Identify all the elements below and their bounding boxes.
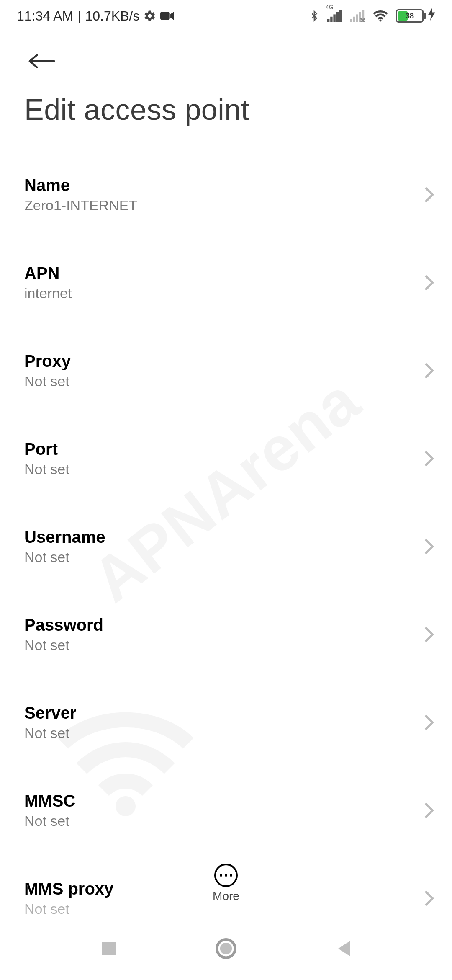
- row-label: Name: [24, 176, 137, 195]
- row-password[interactable]: Password Not set: [0, 604, 452, 665]
- row-label: Proxy: [24, 352, 71, 371]
- back-button[interactable]: [25, 44, 59, 78]
- row-label: Port: [24, 440, 69, 459]
- settings-list: Name Zero1-INTERNET APN internet Proxy N…: [0, 126, 452, 929]
- row-server[interactable]: Server Not set: [0, 692, 452, 753]
- row-proxy[interactable]: Proxy Not set: [0, 340, 452, 401]
- row-value: Not set: [24, 813, 75, 829]
- bottom-divider: [14, 910, 438, 910]
- bluetooth-icon: [309, 9, 320, 23]
- page-title: Edit access point: [0, 78, 452, 126]
- svg-rect-4: [336, 12, 339, 22]
- row-label: MMSC: [24, 792, 75, 810]
- row-apn[interactable]: APN internet: [0, 252, 452, 313]
- row-port[interactable]: Port Not set: [0, 428, 452, 489]
- svg-rect-16: [102, 942, 116, 955]
- charging-icon: [428, 8, 435, 24]
- status-bar: 11:34 AM | 10.7KB/s 4G 38: [0, 0, 452, 32]
- row-username[interactable]: Username Not set: [0, 516, 452, 577]
- more-button[interactable]: More: [213, 864, 239, 903]
- chevron-right-icon: [424, 538, 434, 555]
- nav-back-button[interactable]: [326, 932, 360, 965]
- svg-rect-7: [353, 17, 355, 22]
- chevron-right-icon: [424, 186, 434, 204]
- wifi-icon: [372, 10, 388, 22]
- status-net-speed: 10.7KB/s: [85, 8, 140, 24]
- row-label: Password: [24, 616, 103, 634]
- triangle-left-icon: [335, 939, 352, 958]
- svg-rect-0: [160, 12, 170, 20]
- status-separator: |: [77, 8, 81, 24]
- svg-rect-6: [350, 19, 352, 22]
- signal-sim2-disabled-icon: [350, 10, 365, 22]
- nav-home-button[interactable]: [209, 932, 243, 965]
- row-value: Not set: [24, 637, 103, 653]
- chevron-right-icon: [424, 450, 434, 467]
- chevron-right-icon: [424, 714, 434, 731]
- row-value: Not set: [24, 725, 77, 741]
- row-value: Not set: [24, 549, 105, 565]
- svg-rect-1: [327, 19, 329, 22]
- battery-percent: 38: [397, 10, 422, 21]
- arrow-left-icon: [27, 51, 56, 71]
- row-name[interactable]: Name Zero1-INTERNET: [0, 164, 452, 225]
- row-value: Not set: [24, 461, 69, 477]
- row-value: Not set: [24, 901, 113, 917]
- row-label: Username: [24, 528, 105, 547]
- svg-rect-5: [339, 10, 342, 22]
- svg-rect-3: [333, 14, 335, 22]
- svg-point-18: [220, 943, 232, 954]
- chevron-right-icon: [424, 362, 434, 379]
- row-label: Server: [24, 704, 77, 722]
- svg-rect-2: [330, 17, 332, 22]
- row-value: Zero1-INTERNET: [24, 197, 137, 214]
- svg-rect-9: [359, 12, 361, 22]
- video-icon: [160, 11, 175, 21]
- square-icon: [100, 940, 117, 957]
- svg-rect-8: [356, 14, 358, 22]
- more-icon: [214, 864, 238, 887]
- battery-icon: 38: [396, 8, 435, 24]
- circle-icon: [215, 938, 237, 959]
- row-value: internet: [24, 285, 72, 302]
- row-value: Not set: [24, 373, 71, 389]
- gear-icon: [144, 10, 156, 22]
- chevron-right-icon: [424, 626, 434, 643]
- nav-recent-button[interactable]: [92, 932, 126, 965]
- svg-point-13: [379, 20, 381, 22]
- signal-4g-badge: 4G: [326, 4, 334, 10]
- chevron-right-icon: [424, 802, 434, 819]
- more-label: More: [213, 890, 239, 903]
- status-left: 11:34 AM | 10.7KB/s: [17, 8, 175, 24]
- row-mmsc[interactable]: MMSC Not set: [0, 780, 452, 841]
- chevron-right-icon: [424, 274, 434, 291]
- status-right: 4G 38: [309, 8, 435, 24]
- navigation-bar: [0, 917, 452, 980]
- status-time: 11:34 AM: [17, 8, 73, 24]
- row-label: APN: [24, 264, 72, 283]
- signal-sim1-icon: 4G: [327, 10, 342, 22]
